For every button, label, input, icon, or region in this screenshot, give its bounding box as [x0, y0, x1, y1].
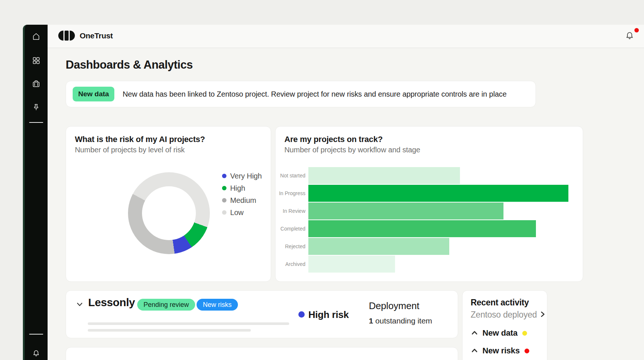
apps-grid-icon — [32, 56, 40, 66]
bar-completed[interactable] — [308, 220, 536, 237]
activity-dot-red — [524, 349, 529, 353]
bar-row: Rejected — [276, 238, 574, 255]
bell-icon — [32, 349, 40, 359]
bar-row: In Review — [276, 202, 574, 219]
activity-item-new-risks[interactable]: New risks — [471, 346, 529, 356]
app-canvas: OneTrust Dashboards & Analytics New data… — [0, 0, 644, 360]
activity-dot-yellow — [522, 331, 527, 336]
chevron-up-icon — [471, 330, 478, 336]
chevron-up-icon — [471, 347, 478, 354]
top-header: OneTrust — [48, 25, 644, 48]
expand-project-button[interactable] — [76, 300, 84, 308]
sidebar-divider-top — [29, 122, 43, 123]
risk-level-label: High risk — [308, 309, 349, 321]
sidebar-item-apps[interactable] — [32, 57, 41, 66]
page-title: Dashboards & Analytics — [66, 58, 193, 72]
brand-name: OneTrust — [80, 31, 113, 40]
bar-in-progress[interactable] — [308, 185, 568, 202]
legend-label: Medium — [230, 196, 256, 205]
chevron-right-icon — [540, 311, 545, 319]
status-badge-new-risks: New risks — [197, 299, 238, 311]
bar-row: Not started — [276, 167, 574, 184]
bar-label: Rejected — [285, 243, 305, 249]
pin-icon — [32, 103, 40, 113]
notification-dot — [634, 28, 639, 32]
donut-legend: Very High High Medium Low — [222, 172, 262, 221]
sidebar-divider-bottom — [29, 334, 43, 335]
bar-rejected[interactable] — [308, 238, 449, 255]
project-progress-line — [88, 329, 251, 332]
banner-message: New data has been linked to Zentoso proj… — [122, 90, 506, 98]
outstanding-text: outstanding item — [373, 316, 432, 325]
outstanding-count: 1 — [369, 316, 373, 325]
activity-item-label: New data — [482, 328, 517, 338]
bar-row: In Progress — [276, 185, 574, 202]
bar-label: Not started — [280, 173, 305, 179]
track-chart-title: Are my projects on track? — [284, 135, 382, 144]
project-name[interactable]: Lessonly — [88, 296, 135, 309]
donut-chart[interactable] — [128, 172, 210, 254]
track-chart-subtitle: Number of projects by workflow and stage — [284, 146, 420, 154]
risk-level-dot — [298, 311, 305, 318]
notification-banner: New data New data has been linked to Zen… — [66, 81, 536, 107]
notifications-button[interactable] — [625, 31, 634, 41]
chevron-down-icon — [76, 303, 84, 309]
bar-archived[interactable] — [308, 256, 395, 273]
legend-label: Low — [230, 208, 243, 217]
track-chart-card: Are my projects on track? Number of proj… — [275, 126, 583, 282]
bell-icon — [625, 35, 634, 42]
recent-activity-title: Recent activity — [471, 298, 529, 308]
legend-dot-low — [222, 210, 226, 215]
next-project-card — [66, 347, 458, 360]
activity-link-zentoso-deployed[interactable]: Zentoso deployed — [471, 310, 545, 320]
bar-label: In Progress — [279, 190, 305, 196]
risk-chart-title: What is the risk of my AI projects? — [75, 135, 205, 144]
project-stage: Deployment — [369, 300, 419, 312]
recent-activity-card: Recent activity Zentoso deployed New dat… — [462, 290, 547, 360]
outstanding-items: 1 outstanding item — [369, 316, 432, 325]
bar-label: In Review — [283, 208, 305, 214]
briefcase-icon — [32, 80, 40, 89]
project-progress-line — [88, 322, 289, 325]
activity-subtitle: Zentoso deployed — [471, 310, 537, 320]
legend-label: Very High — [230, 172, 262, 180]
legend-item: Medium — [222, 197, 262, 204]
legend-item: High — [222, 184, 262, 192]
bar-not-started[interactable] — [308, 167, 460, 184]
banner-badge: New data — [73, 87, 114, 101]
activity-item-new-data[interactable]: New data — [471, 328, 527, 338]
legend-dot-high — [222, 186, 226, 190]
sidebar — [23, 25, 48, 360]
activity-item-label: New risks — [482, 346, 520, 356]
risk-chart-subtitle: Number of projects by level of risk — [75, 146, 185, 154]
risk-chart-card: What is the risk of my AI projects? Numb… — [66, 126, 271, 282]
bar-in-review[interactable] — [308, 202, 503, 219]
brand-logo[interactable]: OneTrust — [58, 31, 113, 41]
status-badge-pending-review: Pending review — [137, 299, 195, 311]
bar-row: Archived — [276, 256, 574, 273]
bar-label: Completed — [280, 226, 305, 232]
home-icon — [32, 32, 40, 42]
sidebar-item-projects[interactable] — [32, 80, 41, 89]
main-content: Dashboards & Analytics New data New data… — [48, 48, 644, 360]
sidebar-item-pinned[interactable] — [32, 104, 41, 112]
bar-row: Completed — [276, 220, 574, 237]
bar-label: Archived — [285, 261, 305, 267]
sidebar-item-notifications[interactable] — [32, 350, 41, 359]
legend-label: High — [230, 184, 245, 193]
legend-item: Very High — [222, 172, 262, 180]
legend-item: Low — [222, 209, 262, 216]
legend-dot-very-high — [222, 174, 226, 178]
onetrust-logo-icon — [58, 31, 75, 41]
project-row-card: Lessonly Pending review New risks High r… — [66, 290, 458, 338]
sidebar-item-home[interactable] — [32, 33, 41, 42]
legend-dot-medium — [222, 198, 226, 202]
